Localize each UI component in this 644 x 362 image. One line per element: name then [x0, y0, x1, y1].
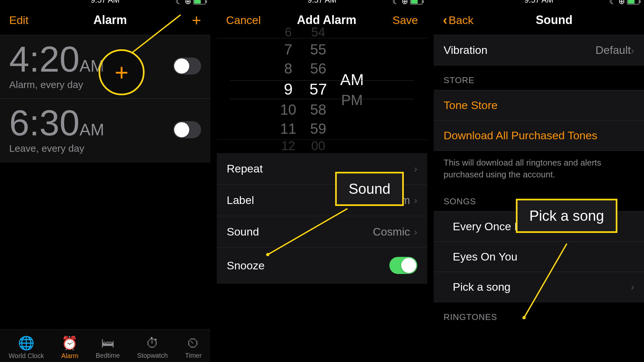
download-all-row[interactable]: Download All Purchased Tones — [434, 121, 644, 151]
song-row[interactable]: Eyes On You — [434, 242, 644, 272]
minute-wheel[interactable]: 54 55 56 57 58 59 00 — [310, 25, 327, 154]
tab-bar: 🌐World Clock ⏰Alarm 🛏Bedtime ⏱Stopwatch … — [0, 329, 210, 362]
alarm-status-icon: ⊕ — [402, 0, 408, 6]
globe-icon: 🌐 — [9, 335, 44, 351]
chevron-right-icon: › — [414, 226, 417, 238]
label-row[interactable]: Label Alarm› — [217, 185, 427, 216]
battery-icon — [627, 0, 639, 5]
battery-icon — [193, 0, 206, 5]
cancel-button[interactable]: Cancel — [226, 14, 261, 27]
status-bar: 9:57 AM ☾ ⊕ — [434, 0, 644, 5]
alarm-time: 4:20AM — [9, 41, 201, 77]
alarm-status-icon: ⊕ — [618, 0, 625, 6]
screen-add-alarm: 9:57 AM ☾ ⊕ Cancel Add Alarm Save 6 7 8 … — [217, 0, 427, 362]
annotation-dot — [266, 253, 269, 256]
save-button[interactable]: Save — [393, 14, 418, 27]
moon-icon: ☾ — [392, 0, 400, 6]
alarm-status-icon: ⊕ — [185, 0, 191, 6]
bed-icon: 🛏 — [96, 336, 120, 351]
download-note: This will download all ringtones and ale… — [434, 151, 644, 187]
snooze-label: Snooze — [227, 259, 264, 272]
ampm-wheel[interactable]: AM PM — [340, 69, 364, 110]
page-title: Alarm — [93, 13, 127, 27]
chevron-right-icon: › — [414, 195, 417, 206]
stopwatch-icon: ⏱ — [137, 336, 168, 351]
store-section-header: STORE — [434, 65, 644, 90]
chevron-right-icon: › — [631, 45, 634, 56]
screen-alarm-list: 9:57 AM ☾ ⊕ Edit Alarm + 4:20AM Alarm, e… — [0, 0, 210, 362]
repeat-row[interactable]: Repeat › — [217, 153, 427, 185]
annotation-dot — [522, 316, 526, 319]
tab-stopwatch[interactable]: ⏱Stopwatch — [137, 336, 168, 359]
sound-row[interactable]: Sound Cosmic› — [217, 216, 427, 248]
add-alarm-button[interactable]: + — [192, 11, 201, 29]
tab-timer[interactable]: ⏲Timer — [185, 336, 201, 359]
alarm-row[interactable]: 6:30AM Leave, every day — [0, 99, 210, 162]
songs-section-header: SONGS — [434, 187, 644, 211]
navbar: ‹ Back Sound — [434, 5, 644, 35]
alarm-sublabel: Alarm, every day — [9, 79, 201, 90]
tab-world-clock[interactable]: 🌐World Clock — [9, 335, 44, 360]
tab-bedtime[interactable]: 🛏Bedtime — [96, 336, 120, 359]
sound-label: Sound — [227, 225, 259, 238]
status-bar: 9:57 AM ☾ ⊕ — [217, 0, 427, 5]
status-time: 9:57 AM — [308, 0, 336, 5]
chevron-left-icon: ‹ — [443, 13, 447, 28]
alarm-row[interactable]: 4:20AM Alarm, every day — [0, 35, 210, 99]
navbar: Edit Alarm + — [0, 5, 210, 35]
tab-alarm[interactable]: ⏰Alarm — [61, 335, 78, 360]
vibration-row[interactable]: Vibration Default› — [434, 35, 644, 65]
edit-button[interactable]: Edit — [9, 14, 29, 27]
battery-icon — [410, 0, 423, 5]
moon-icon: ☾ — [175, 0, 183, 6]
status-time: 9:57 AM — [91, 0, 120, 5]
moon-icon: ☾ — [609, 0, 616, 6]
chevron-right-icon: › — [631, 281, 634, 292]
alarm-time: 6:30AM — [9, 105, 201, 141]
ringtones-section-header: RINGTONES — [434, 302, 644, 327]
snooze-toggle[interactable] — [389, 257, 417, 274]
repeat-label: Repeat — [227, 162, 263, 175]
page-title: Sound — [536, 13, 572, 27]
song-row[interactable]: Every Once In A While — [434, 211, 644, 242]
status-bar: 9:57 AM ☾ ⊕ — [0, 0, 210, 5]
tone-store-row[interactable]: Tone Store — [434, 90, 644, 121]
time-picker[interactable]: 6 7 8 9 10 11 12 54 55 56 57 58 59 00 AM… — [217, 38, 427, 140]
back-button[interactable]: ‹ Back — [443, 13, 473, 28]
status-time: 9:57 AM — [524, 0, 553, 5]
screen-sound: 9:57 AM ☾ ⊕ ‹ Back Sound Vibration Defau… — [434, 0, 644, 362]
vibration-label: Vibration — [444, 44, 488, 57]
alarm-toggle[interactable] — [173, 121, 201, 138]
hour-wheel[interactable]: 6 7 8 9 10 11 12 — [280, 25, 296, 154]
alarm-toggle[interactable] — [173, 57, 201, 75]
alarm-icon: ⏰ — [61, 335, 78, 351]
alarm-sublabel: Leave, every day — [9, 143, 201, 154]
snooze-row: Snooze — [217, 248, 427, 283]
timer-icon: ⏲ — [185, 336, 201, 351]
pick-song-row[interactable]: Pick a song › — [434, 272, 644, 302]
chevron-right-icon: › — [414, 163, 417, 174]
label-label: Label — [227, 194, 254, 207]
